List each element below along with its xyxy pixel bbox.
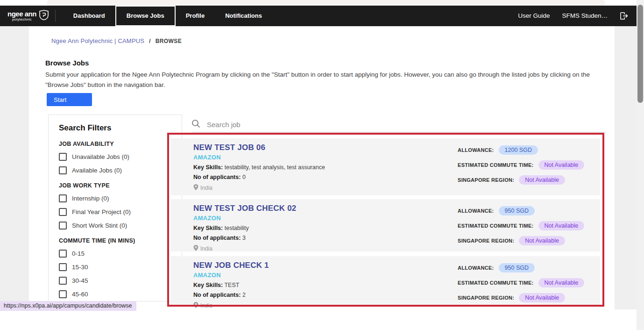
job-meta: ALLOWANCE: 950 SGD ESTIMATED COMMUTE TIM… (458, 205, 584, 250)
nav-item-user-guide[interactable]: User Guide (518, 7, 550, 25)
region-badge: Not Available (519, 293, 565, 302)
job-meta: ALLOWANCE: 950 SGD ESTIMATED COMMUTE TIM… (458, 262, 584, 307)
job-card-new-test-job-06[interactable]: NEW TEST JOB 06 AMAZON Key Skills: testa… (171, 138, 600, 195)
scrollbar-track[interactable] (637, 0, 644, 330)
breadcrumb: Ngee Ann Polytechnic | CAMPUS / BROWSE (51, 37, 182, 44)
location-pin-icon (193, 245, 198, 252)
filter-group-job-work-type: JOB WORK TYPE (59, 182, 171, 189)
filter-option-unavailable-jobs[interactable]: Unavailable Jobs (0) (59, 152, 171, 161)
checkbox[interactable] (59, 208, 67, 216)
allowance-row: ALLOWANCE: 950 SGD (458, 262, 584, 273)
nav-item-notifications[interactable]: Notifications (215, 7, 272, 25)
allowance-row: ALLOWANCE: 950 SGD (458, 205, 584, 216)
browse-jobs-screen: ngee ann polytechnic Dashboard Browse Jo… (0, 0, 644, 330)
checkbox[interactable] (59, 194, 67, 202)
search-filters-panel: Search Filters JOB AVAILABILITY Unavaila… (48, 115, 182, 301)
logo-line1: ngee ann (7, 10, 36, 17)
logo-line2: polytechnic (12, 18, 32, 22)
checkbox[interactable] (59, 222, 67, 230)
checkbox[interactable] (59, 153, 67, 161)
logout-icon[interactable] (620, 12, 628, 20)
checkbox[interactable] (59, 290, 67, 298)
job-meta: ALLOWANCE: 1200 SGD ESTIMATED COMMUTE TI… (458, 144, 584, 189)
location-pin-icon (193, 184, 198, 192)
region-row: SINGAPORE REGION: Not Available (458, 292, 584, 303)
filter-option-short-work-stint[interactable]: Short Work Stint (0) (59, 221, 171, 230)
allowance-badge: 950 SGD (499, 263, 535, 273)
filter-group-commute-time: COMMUTE TIME (IN MINS) (59, 237, 171, 244)
search-icon (191, 119, 200, 130)
region-row: SINGAPORE REGION: Not Available (458, 235, 584, 246)
region-row: SINGAPORE REGION: Not Available (458, 174, 584, 185)
breadcrumb-current: BROWSE (156, 38, 182, 44)
filter-option-15-30[interactable]: 15-30 (59, 263, 171, 271)
job-card-new-test-job-check-02[interactable]: NEW TEST JOB CHECK 02 AMAZON Key Skills:… (171, 199, 600, 251)
commute-badge: Not Available (538, 278, 585, 287)
job-search-bar (191, 117, 606, 132)
checkbox[interactable] (59, 263, 67, 271)
allowance-badge: 1200 SGD (499, 145, 538, 155)
commute-row: ESTIMATED COMMUTE TIME: Not Available (458, 277, 584, 288)
checkbox[interactable] (59, 166, 67, 174)
status-url-tooltip: https://nps.x0pa.ai/app/campus/candidate… (0, 301, 136, 311)
logo-shield-icon (39, 10, 49, 22)
right-gutter (615, 26, 637, 309)
breadcrumb-campus-link[interactable]: Ngee Ann Polytechnic | CAMPUS (51, 37, 144, 44)
allowance-row: ALLOWANCE: 1200 SGD (458, 144, 584, 155)
location-pin-icon (193, 302, 198, 309)
scrollbar-thumb[interactable] (637, 5, 643, 103)
job-card-new-job-check-1[interactable]: NEW JOB CHECK 1 AMAZON Key Skills: TEST … (171, 256, 600, 304)
navbar-right: User Guide SFMS Studen… (518, 7, 637, 25)
commute-badge: Not Available (538, 160, 585, 170)
filter-option-45-60[interactable]: 45-60 (59, 290, 171, 298)
nav-item-profile[interactable]: Profile (176, 7, 215, 25)
commute-row: ESTIMATED COMMUTE TIME: Not Available (458, 159, 584, 170)
commute-badge: Not Available (538, 221, 585, 230)
filters-title: Search Filters (59, 123, 171, 133)
ngee-ann-logo[interactable]: ngee ann polytechnic (7, 10, 49, 22)
page-description: Submit your application for the Ngee Ann… (45, 70, 604, 91)
checkbox[interactable] (59, 277, 67, 285)
filter-option-30-45[interactable]: 30-45 (59, 276, 171, 285)
breadcrumb-separator: / (149, 37, 151, 44)
nav-item-browse-jobs[interactable]: Browse Jobs (115, 6, 176, 26)
checkbox[interactable] (59, 250, 67, 258)
allowance-badge: 950 SGD (499, 206, 535, 215)
filter-option-internship[interactable]: Internship (0) (59, 194, 171, 202)
start-button[interactable]: Start (47, 93, 92, 106)
nav-item-account[interactable]: SFMS Studen… (562, 7, 608, 25)
search-input[interactable] (207, 121, 606, 129)
left-gutter (0, 26, 29, 309)
filter-option-available-jobs[interactable]: Available Jobs (0) (59, 166, 171, 174)
filter-option-0-15[interactable]: 0-15 (59, 249, 171, 258)
nav-item-dashboard[interactable]: Dashboard (63, 7, 115, 25)
page-title: Browse Jobs (45, 59, 89, 67)
commute-row: ESTIMATED COMMUTE TIME: Not Available (458, 220, 584, 231)
filter-group-job-availability: JOB AVAILABILITY (59, 141, 171, 147)
region-badge: Not Available (519, 236, 565, 245)
filter-option-final-year-project[interactable]: Final Year Project (0) (59, 208, 171, 216)
region-badge: Not Available (519, 175, 565, 185)
top-navbar: ngee ann polytechnic Dashboard Browse Jo… (0, 6, 637, 26)
nav-divider (55, 10, 56, 22)
